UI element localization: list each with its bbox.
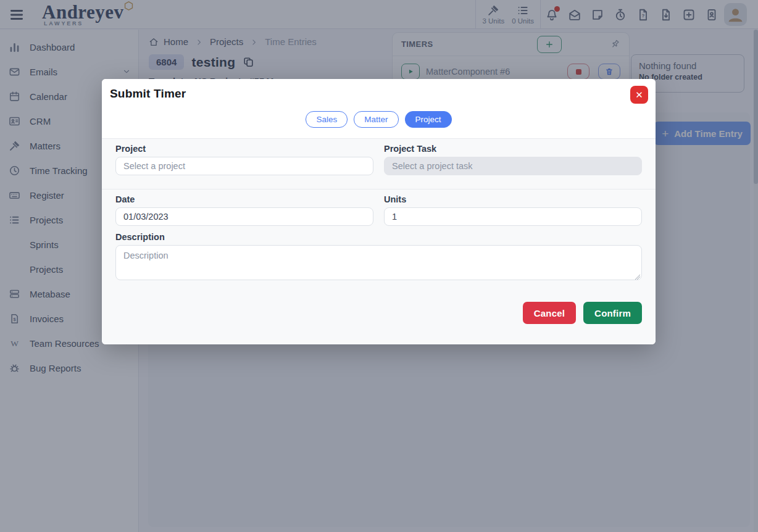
description-label: Description: [115, 232, 642, 242]
tab-sales[interactable]: Sales: [306, 111, 348, 128]
date-input[interactable]: [115, 207, 373, 226]
units-label: Units: [384, 194, 642, 204]
form-row-date-units: Date Units: [102, 194, 656, 226]
modal-body: Project Project Task Date Units: [102, 139, 656, 344]
project-label: Project: [115, 144, 373, 154]
confirm-button[interactable]: Confirm: [583, 302, 642, 324]
close-button[interactable]: ✕: [630, 86, 648, 104]
description-block: Description: [102, 232, 656, 283]
modal-tabs: SalesMatterProject: [102, 111, 656, 128]
submit-timer-modal: Submit Timer ✕ SalesMatterProject Projec…: [102, 79, 656, 344]
cancel-button[interactable]: Cancel: [523, 302, 576, 324]
tab-project[interactable]: Project: [405, 111, 452, 128]
modal-header: Submit Timer ✕ SalesMatterProject: [102, 79, 656, 139]
project-task-select-input[interactable]: [384, 157, 642, 175]
app-root: Andreyev LAWYERS 3 Units 0 Units ? Dashb…: [0, 0, 758, 532]
divider: [102, 189, 656, 189]
modal-footer: Cancel Confirm: [102, 302, 656, 324]
description-textarea[interactable]: [115, 245, 642, 280]
units-input[interactable]: [384, 207, 642, 226]
date-label: Date: [115, 194, 373, 204]
form-row-project: Project Project Task: [102, 144, 656, 175]
project-task-label: Project Task: [384, 144, 642, 154]
project-select-input[interactable]: [115, 157, 373, 175]
modal-title: Submit Timer: [110, 87, 186, 101]
tab-matter[interactable]: Matter: [354, 111, 398, 128]
